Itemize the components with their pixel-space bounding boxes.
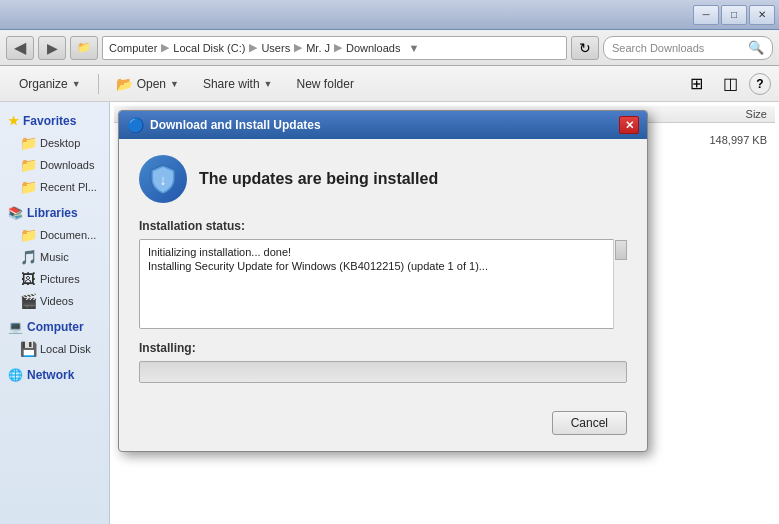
sidebar-item-desktop[interactable]: 📁 Desktop [0,132,109,154]
scrollbar-thumb [615,240,627,260]
titlebar: ─ □ ✕ [0,0,779,30]
preview-pane-button[interactable]: ◫ [715,72,745,96]
modal-title: Download and Install Updates [150,118,321,132]
help-button[interactable]: ? [749,73,771,95]
breadcrumb-sep-2: ▶ [249,41,257,54]
library-icon: 📚 [8,206,23,220]
modal-titlebar: 🔵 Download and Install Updates ✕ [119,111,647,139]
libraries-header[interactable]: 📚 Libraries [0,202,109,224]
open-icon: 📂 [116,76,133,92]
status-log[interactable]: Initializing installation... done! Insta… [139,239,627,329]
search-placeholder: Search Downloads [612,42,704,54]
open-arrow-icon: ▼ [170,79,179,89]
sidebar-item-label: Pictures [40,273,80,285]
breadcrumb-dropdown-icon[interactable]: ▼ [408,42,419,54]
libraries-label: Libraries [27,206,78,220]
documents-icon: 📁 [20,227,36,243]
main-area: ★ Favorites 📁 Desktop 📁 Downloads 📁 Rece… [0,102,779,524]
sidebar: ★ Favorites 📁 Desktop 📁 Downloads 📁 Rece… [0,102,110,524]
status-log-container: Initializing installation... done! Insta… [139,239,627,329]
modal-close-button[interactable]: ✕ [619,116,639,134]
computer-section: 💻 Computer 💾 Local Disk [0,316,109,360]
network-section: 🌐 Network [0,364,109,386]
modal-body: ↓ The updates are being installed Instal… [119,139,647,399]
refresh-button[interactable]: ↻ [571,36,599,60]
sidebar-item-music[interactable]: 🎵 Music [0,246,109,268]
installing-label: Installing: [139,341,627,355]
organize-button[interactable]: Organize ▼ [8,70,92,98]
sidebar-item-label: Recent Pl... [40,181,97,193]
breadcrumb-sep-4: ▶ [334,41,342,54]
network-header[interactable]: 🌐 Network [0,364,109,386]
status-line-1: Initializing installation... done! [148,246,618,258]
organize-label: Organize [19,77,68,91]
toolbar-right: ⊞ ◫ ? [681,72,771,96]
sidebar-item-recent[interactable]: 📁 Recent Pl... [0,176,109,198]
close-button[interactable]: ✕ [749,5,775,25]
modal-title-icon: 🔵 [127,117,144,133]
favorites-header[interactable]: ★ Favorites [0,110,109,132]
downloads-folder-icon: 📁 [20,157,36,173]
maximize-button[interactable]: □ [721,5,747,25]
back-button[interactable]: ◀ [6,36,34,60]
content-area: Size 📦 148,997 KB 🔵 Download and Install… [110,102,779,524]
toolbar-sep-1 [98,74,99,94]
sidebar-item-label: Downloads [40,159,94,171]
computer-icon: 💻 [8,320,23,334]
share-label: Share with [203,77,260,91]
breadcrumb-computer[interactable]: Computer [109,42,157,54]
up-button[interactable]: 📁 [70,36,98,60]
sidebar-item-documents[interactable]: 📁 Documen... [0,224,109,246]
cancel-button[interactable]: Cancel [552,411,627,435]
views-button[interactable]: ⊞ [681,72,711,96]
sidebar-item-label: Music [40,251,69,263]
sidebar-item-videos[interactable]: 🎬 Videos [0,290,109,312]
libraries-section: 📚 Libraries 📁 Documen... 🎵 Music 🖼 Pictu… [0,202,109,312]
status-line-2: Installing Security Update for Windows (… [148,260,618,272]
forward-button[interactable]: ▶ [38,36,66,60]
organize-arrow-icon: ▼ [72,79,81,89]
sidebar-item-localdisk[interactable]: 💾 Local Disk [0,338,109,360]
modal-footer: Cancel [119,399,647,451]
music-icon: 🎵 [20,249,36,265]
favorites-label: Favorites [23,114,76,128]
breadcrumb-sep-1: ▶ [161,41,169,54]
toolbar: Organize ▼ 📂 Open ▼ Share with ▼ New fol… [0,66,779,102]
sidebar-item-pictures[interactable]: 🖼 Pictures [0,268,109,290]
search-bar[interactable]: Search Downloads 🔍 [603,36,773,60]
sidebar-item-downloads[interactable]: 📁 Downloads [0,154,109,176]
modal-header-row: ↓ The updates are being installed [139,155,627,203]
update-dialog: 🔵 Download and Install Updates ✕ ↓ [118,110,648,452]
disk-icon: 💾 [20,341,36,357]
breadcrumb-downloads[interactable]: Downloads [346,42,400,54]
favorites-section: ★ Favorites 📁 Desktop 📁 Downloads 📁 Rece… [0,110,109,198]
minimize-button[interactable]: ─ [693,5,719,25]
share-arrow-icon: ▼ [264,79,273,89]
progress-bar [139,361,627,383]
status-label: Installation status: [139,219,627,233]
network-label: Network [27,368,74,382]
addressbar: ◀ ▶ 📁 Computer ▶ Local Disk (C:) ▶ Users… [0,30,779,66]
desktop-folder-icon: 📁 [20,135,36,151]
computer-header[interactable]: 💻 Computer [0,316,109,338]
sidebar-item-label: Documen... [40,229,96,241]
breadcrumb-sep-3: ▶ [294,41,302,54]
breadcrumb[interactable]: Computer ▶ Local Disk (C:) ▶ Users ▶ Mr.… [102,36,567,60]
search-icon: 🔍 [748,40,764,55]
computer-label: Computer [27,320,84,334]
new-folder-label: New folder [297,77,354,91]
modal-heading: The updates are being installed [199,170,438,188]
network-icon: 🌐 [8,368,23,382]
shield-icon: ↓ [139,155,187,203]
videos-icon: 🎬 [20,293,36,309]
pictures-icon: 🖼 [20,271,36,287]
sidebar-item-label: Local Disk [40,343,91,355]
breadcrumb-mrj[interactable]: Mr. J [306,42,330,54]
recent-folder-icon: 📁 [20,179,36,195]
scrollbar[interactable] [613,239,627,329]
open-button[interactable]: 📂 Open ▼ [105,70,190,98]
new-folder-button[interactable]: New folder [286,70,365,98]
breadcrumb-localdisk[interactable]: Local Disk (C:) [173,42,245,54]
share-button[interactable]: Share with ▼ [192,70,284,98]
breadcrumb-users[interactable]: Users [261,42,290,54]
